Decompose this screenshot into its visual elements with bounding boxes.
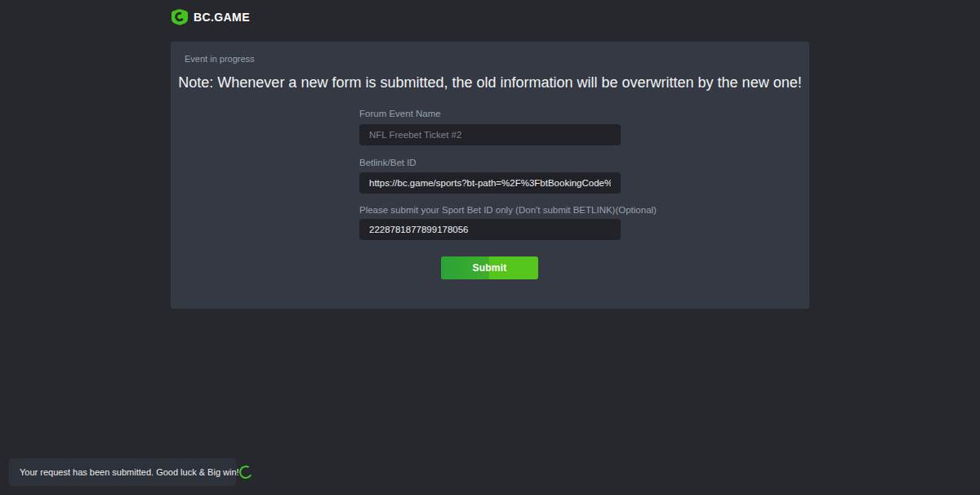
betlink-bet-id-label: Betlink/Bet ID: [359, 158, 416, 167]
sport-bet-id-label: Please submit your Sport Bet ID only (Do…: [359, 205, 657, 215]
event-status-label: Event in progress: [185, 54, 255, 64]
spinner-icon: [238, 464, 254, 480]
betlink-bet-id-input[interactable]: [359, 172, 621, 194]
brand-name: BC.GAME: [194, 11, 250, 24]
brand-logo-link[interactable]: BC.GAME: [172, 8, 250, 25]
bc-shield-icon: [172, 8, 188, 25]
event-form-card: Event in progress Note: Whenever a new f…: [171, 42, 809, 309]
toast-notification: Your request has been submitted. Good lu…: [9, 458, 236, 486]
toast-message: Your request has been submitted. Good lu…: [20, 467, 239, 477]
top-header: BC.GAME: [0, 0, 980, 36]
form-note-heading: Note: Whenever a new form is submitted, …: [171, 74, 809, 91]
sport-bet-id-input[interactable]: [359, 219, 621, 240]
page: BC.GAME Event in progress Note: Whenever…: [0, 0, 980, 495]
forum-event-name-input[interactable]: [359, 124, 621, 145]
forum-event-name-label: Forum Event Name: [359, 109, 441, 118]
submit-button[interactable]: Submit: [441, 256, 538, 279]
